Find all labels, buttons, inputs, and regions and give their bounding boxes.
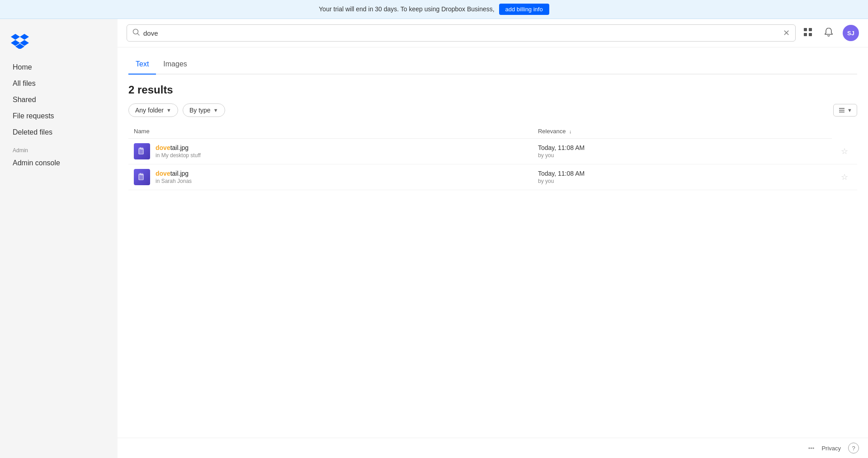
file-name-cell: dovetail.jpg in My desktop stuff — [128, 139, 533, 164]
sidebar-admin-nav: Admin console — [0, 155, 118, 171]
file-icon — [134, 169, 150, 185]
sidebar-item-admin-console[interactable]: Admin console — [5, 155, 112, 171]
svg-rect-9 — [139, 147, 143, 154]
svg-rect-2 — [804, 28, 807, 31]
any-folder-label: Any folder — [135, 107, 164, 114]
search-icon — [132, 28, 140, 37]
results-count: 2 results — [128, 84, 857, 96]
tab-images[interactable]: Images — [156, 56, 194, 75]
by-type-filter[interactable]: By type ▼ — [183, 103, 225, 117]
svg-rect-10 — [139, 173, 143, 179]
table-row[interactable]: dovetail.jpg in My desktop stuff Today, … — [128, 139, 857, 164]
main-content: ✕ SJ — [118, 19, 868, 458]
sidebar-nav: Home All files Shared File requests Dele… — [0, 60, 118, 140]
sidebar-item-deleted-files[interactable]: Deleted files — [5, 125, 112, 140]
footer-more-button[interactable]: ••• — [808, 445, 815, 452]
any-folder-filter[interactable]: Any folder ▼ — [128, 103, 178, 117]
privacy-link[interactable]: Privacy — [821, 445, 841, 452]
header: ✕ SJ — [118, 19, 868, 47]
file-location-row2: in Sarah Jonas — [156, 178, 192, 184]
file-name-cell: dovetail.jpg in Sarah Jonas — [128, 164, 533, 190]
trial-text: Your trial will end in 30 days. To keep … — [319, 5, 494, 13]
user-avatar[interactable]: SJ — [843, 25, 859, 41]
svg-rect-4 — [804, 33, 807, 36]
star-button-row1[interactable]: ☆ — [837, 145, 852, 158]
star-cell-row2: ☆ — [832, 164, 857, 190]
col-name: Name — [128, 124, 533, 139]
by-type-chevron-icon: ▼ — [213, 107, 218, 113]
filter-row: Any folder ▼ By type ▼ ▼ — [128, 103, 857, 117]
star-cell-row1: ☆ — [832, 139, 857, 164]
search-tabs: Text Images — [128, 56, 857, 75]
file-name-row2: dovetail.jpg — [156, 170, 192, 177]
trial-banner: Your trial will end in 30 days. To keep … — [0, 0, 868, 19]
dropbox-logo[interactable] — [0, 26, 118, 60]
search-input[interactable] — [143, 29, 783, 37]
results-table: Name Relevance ↓ — [128, 124, 857, 190]
sidebar-item-shared[interactable]: Shared — [5, 92, 112, 107]
sidebar-item-all-files[interactable]: All files — [5, 76, 112, 91]
relevance-cell-row1: Today, 11:08 AM by you — [533, 139, 832, 164]
notifications-button[interactable] — [822, 25, 835, 41]
help-button[interactable]: ? — [848, 443, 859, 453]
apps-button[interactable] — [801, 25, 815, 41]
header-actions: SJ — [801, 25, 859, 41]
svg-line-1 — [137, 33, 139, 35]
results-area: Text Images 2 results Any folder ▼ By ty… — [118, 47, 868, 438]
tab-text[interactable]: Text — [128, 56, 156, 75]
star-button-row2[interactable]: ☆ — [837, 170, 852, 184]
file-location-row1: in My desktop stuff — [156, 152, 201, 159]
svg-rect-5 — [809, 33, 812, 36]
view-toggle-chevron-icon: ▼ — [847, 107, 852, 113]
search-clear-button[interactable]: ✕ — [783, 29, 790, 37]
file-name-row1: dovetail.jpg — [156, 144, 201, 151]
sidebar: Home All files Shared File requests Dele… — [0, 19, 118, 458]
admin-section-label: Admin — [0, 140, 118, 155]
sidebar-item-file-requests[interactable]: File requests — [5, 108, 112, 124]
col-relevance[interactable]: Relevance ↓ — [533, 124, 832, 139]
file-icon — [134, 143, 150, 159]
table-row[interactable]: dovetail.jpg in Sarah Jonas Today, 11:08… — [128, 164, 857, 190]
search-bar: ✕ — [127, 24, 796, 42]
relevance-cell-row2: Today, 11:08 AM by you — [533, 164, 832, 190]
add-billing-button[interactable]: add billing info — [499, 4, 549, 15]
sidebar-item-home[interactable]: Home — [5, 60, 112, 75]
svg-rect-3 — [809, 28, 812, 31]
footer: ••• Privacy ? — [118, 438, 868, 458]
any-folder-chevron-icon: ▼ — [166, 107, 171, 113]
view-toggle-button[interactable]: ▼ — [833, 104, 857, 117]
relevance-sort-icon: ↓ — [569, 129, 572, 134]
by-type-label: By type — [189, 107, 211, 114]
